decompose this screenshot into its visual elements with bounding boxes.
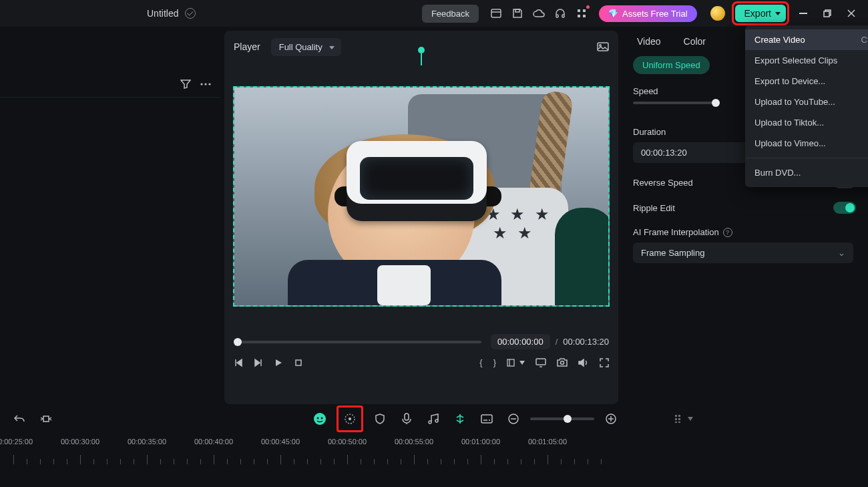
video-frame: ★ ★ ★ ★ ★ xyxy=(234,88,608,305)
ruler-label: 00:00:30:00 xyxy=(61,438,99,446)
svg-rect-2 xyxy=(515,9,519,12)
quality-select[interactable]: Full Quality xyxy=(271,38,341,56)
mic-icon[interactable] xyxy=(397,409,417,429)
zoom-out-button[interactable] xyxy=(503,409,523,429)
ruler-label: 00:00:40:00 xyxy=(194,438,233,446)
zoom-slider[interactable] xyxy=(530,418,594,420)
svg-rect-3 xyxy=(556,15,558,17)
svg-rect-10 xyxy=(824,11,829,17)
frame-fit-icon[interactable] xyxy=(36,409,56,429)
seek-slider[interactable] xyxy=(234,341,481,343)
menu-burn-dvd[interactable]: Burn DVD... xyxy=(745,162,868,183)
svg-rect-23 xyxy=(296,360,301,365)
layout-icon[interactable] xyxy=(487,4,505,23)
menu-create-video[interactable]: Create VideoCtrl+E xyxy=(745,29,868,50)
svg-rect-27 xyxy=(536,359,546,365)
svg-point-17 xyxy=(600,45,602,47)
svg-rect-46 xyxy=(675,415,677,417)
camera-icon[interactable] xyxy=(557,358,568,367)
svg-rect-38 xyxy=(481,415,492,423)
feedback-button[interactable]: Feedback xyxy=(422,5,479,23)
window-close[interactable] xyxy=(841,4,861,23)
ripple-edit-label: Ripple Edit xyxy=(633,203,675,213)
ripple-edit-toggle[interactable] xyxy=(833,202,856,214)
volume-button[interactable] xyxy=(578,358,589,367)
speed-tool-icon[interactable] xyxy=(340,409,360,429)
svg-rect-5 xyxy=(578,9,580,12)
stop-button[interactable] xyxy=(294,358,303,367)
snap-icon[interactable] xyxy=(450,409,470,429)
menu-upload-youtube-label: Upload to YouTube... xyxy=(754,97,835,107)
ai-interp-label: AI Frame Interpolation xyxy=(633,227,719,237)
export-button[interactable]: Export xyxy=(735,5,786,22)
uniform-speed-chip[interactable]: Uniform Speed xyxy=(633,56,710,74)
reverse-speed-label: Reverse Speed xyxy=(633,178,693,188)
play-button[interactable] xyxy=(274,358,283,367)
svg-rect-8 xyxy=(583,15,586,17)
window-maximize[interactable] xyxy=(817,4,837,23)
tab-color[interactable]: Color xyxy=(684,36,706,47)
media-panel xyxy=(0,27,220,404)
svg-rect-6 xyxy=(583,9,586,12)
ai-interp-select[interactable]: Frame Sampling⌄ xyxy=(633,242,853,263)
timeline-toolbar xyxy=(0,404,868,434)
info-icon[interactable]: ? xyxy=(723,228,732,237)
user-avatar[interactable] xyxy=(710,6,725,21)
ruler-label: 00:01:05:00 xyxy=(528,438,567,446)
cloud-icon[interactable] xyxy=(529,4,548,23)
menu-upload-vimeo-label: Upload to Vimeo... xyxy=(754,138,826,148)
export-label: Export xyxy=(744,8,771,19)
fullscreen-button[interactable] xyxy=(600,358,609,367)
gem-icon: 💎 xyxy=(608,9,618,18)
document-title: Untitled xyxy=(147,8,178,19)
svg-rect-4 xyxy=(562,15,564,17)
next-frame-button[interactable] xyxy=(254,358,263,367)
music-icon[interactable] xyxy=(423,409,443,429)
shield-icon[interactable] xyxy=(370,409,390,429)
preview-canvas[interactable]: ★ ★ ★ ★ ★ xyxy=(233,86,610,307)
rotate-handle[interactable] xyxy=(418,47,425,65)
caption-icon[interactable] xyxy=(477,409,497,429)
track-view-icon[interactable] xyxy=(674,414,693,424)
timeline-ruler[interactable]: 00:00:25:0000:00:30:0000:00:35:0000:00:4… xyxy=(0,434,868,474)
svg-marker-22 xyxy=(276,359,282,366)
menu-upload-tiktok[interactable]: Upload to Tiktok... xyxy=(745,112,868,133)
prev-frame-button[interactable] xyxy=(234,358,243,367)
menu-upload-youtube[interactable]: Upload to YouTube... xyxy=(745,92,868,112)
svg-point-29 xyxy=(561,361,564,365)
clip-ratio-button[interactable] xyxy=(507,359,525,367)
svg-rect-7 xyxy=(578,15,580,17)
svg-rect-49 xyxy=(678,418,680,420)
filter-icon[interactable] xyxy=(180,79,191,89)
zoom-in-button[interactable] xyxy=(601,409,621,429)
svg-marker-19 xyxy=(237,359,242,366)
player-label: Player xyxy=(234,41,260,52)
window-minimize[interactable] xyxy=(793,4,813,23)
display-button[interactable] xyxy=(535,358,546,367)
ruler-label: 00:00:45:00 xyxy=(261,438,300,446)
menu-upload-vimeo[interactable]: Upload to Vimeo... xyxy=(745,133,868,154)
mark-in-button[interactable]: { xyxy=(479,357,482,367)
current-time: 00:00:00:00 xyxy=(491,334,550,349)
menu-separator xyxy=(745,158,868,158)
svg-marker-26 xyxy=(519,361,525,365)
chevron-down-icon: ⌄ xyxy=(838,248,845,258)
assets-trial-button[interactable]: 💎Assets Free Trial xyxy=(599,5,697,22)
snapshot-icon[interactable] xyxy=(597,42,609,51)
export-highlight: Export xyxy=(732,1,789,25)
mark-out-button[interactable]: } xyxy=(493,357,496,367)
apps-icon[interactable] xyxy=(572,4,591,23)
menu-upload-tiktok-label: Upload to Tiktok... xyxy=(754,118,824,128)
more-icon[interactable] xyxy=(200,83,211,86)
ruler-label: 00:00:55:00 xyxy=(395,438,433,446)
headphones-icon[interactable] xyxy=(551,4,570,23)
save-icon[interactable] xyxy=(508,4,527,23)
time-separator: / xyxy=(556,337,558,347)
menu-export-device[interactable]: Export to Device... xyxy=(745,71,868,92)
undo-icon[interactable] xyxy=(9,409,29,429)
svg-point-35 xyxy=(349,418,351,420)
tab-video[interactable]: Video xyxy=(637,36,661,47)
menu-export-selected[interactable]: Export Selected Clips xyxy=(745,50,868,71)
ai-icon[interactable] xyxy=(310,409,330,429)
svg-rect-24 xyxy=(507,359,514,366)
